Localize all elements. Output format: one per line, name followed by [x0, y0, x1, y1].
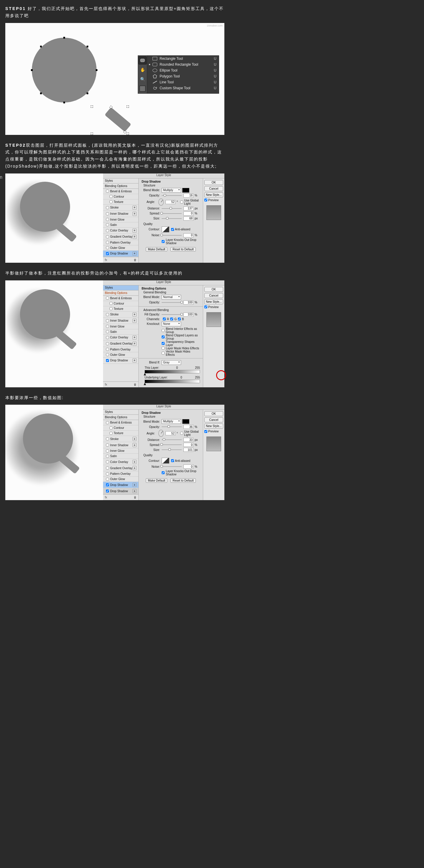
- preview-checkbox[interactable]: Preview: [204, 198, 223, 202]
- style-item-outerglow[interactable]: Outer Glow: [103, 352, 138, 358]
- style-item-contour[interactable]: Contour: [103, 425, 138, 431]
- opacity-slider[interactable]: [162, 302, 182, 303]
- rounded-rect-tool-icon[interactable]: [138, 56, 146, 64]
- preview-checkbox[interactable]: Preview: [204, 305, 223, 309]
- opacity-input[interactable]: [184, 193, 193, 198]
- plus-icon[interactable]: +: [132, 443, 137, 447]
- size-slider[interactable]: [162, 450, 182, 450]
- channel-b[interactable]: [178, 317, 181, 320]
- distance-input[interactable]: [184, 207, 193, 211]
- channel-g[interactable]: [170, 317, 173, 320]
- cancel-button[interactable]: Cancel: [204, 186, 223, 191]
- make-default-button[interactable]: Make Default: [146, 478, 167, 483]
- plus-icon[interactable]: +: [132, 437, 137, 441]
- ok-button[interactable]: OK: [204, 180, 223, 185]
- plus-icon[interactable]: +: [132, 206, 137, 210]
- angle-dial[interactable]: [158, 430, 164, 437]
- spread-input[interactable]: [184, 443, 193, 447]
- hand-tool-icon[interactable]: ✋: [138, 66, 146, 74]
- style-item-stroke[interactable]: Stroke+: [103, 436, 138, 442]
- style-item-patternoverlay[interactable]: Pattern Overlay: [103, 240, 138, 245]
- color-swatch[interactable]: [182, 419, 189, 424]
- cb-vector-mask-hides[interactable]: [162, 352, 165, 354]
- style-item-patternoverlay[interactable]: Pattern Overlay: [103, 471, 138, 476]
- trash-icon[interactable]: 🗑: [134, 496, 137, 499]
- cb-transparency-shapes[interactable]: [162, 342, 165, 345]
- style-item-gradientoverlay[interactable]: Gradient Overlay+: [103, 341, 138, 347]
- blendif-underlying-slider[interactable]: [144, 380, 200, 383]
- blendmode-select[interactable]: Normal: [162, 295, 181, 300]
- style-item-contour[interactable]: Contour: [103, 194, 138, 199]
- use-global-light-checkbox[interactable]: [180, 200, 183, 204]
- cancel-button[interactable]: Cancel: [204, 293, 223, 298]
- tool-item[interactable]: Custom Shape Tool U: [147, 85, 219, 91]
- distance-input[interactable]: [184, 438, 193, 442]
- style-item-gradientoverlay[interactable]: Gradient Overlay+: [103, 465, 138, 471]
- style-item-patternoverlay[interactable]: Pattern Overlay: [103, 347, 138, 352]
- style-item-dropshadow[interactable]: Drop Shadow+: [103, 482, 138, 488]
- style-item-outerglow[interactable]: Outer Glow: [103, 245, 138, 251]
- size-input[interactable]: [184, 216, 193, 221]
- cb-blend-clipped[interactable]: [162, 336, 165, 338]
- style-item-bevel[interactable]: Bevel & Emboss: [103, 189, 138, 194]
- style-item-coloroverlay[interactable]: Color Overlay+: [103, 459, 138, 465]
- trash-icon[interactable]: 🗑: [134, 383, 137, 386]
- make-default-button[interactable]: Make Default: [146, 247, 167, 251]
- blendmode-select[interactable]: Multiply: [162, 188, 181, 193]
- fx-label[interactable]: fx: [105, 383, 107, 386]
- style-item-dropshadow[interactable]: Drop Shadow+: [103, 251, 138, 257]
- distance-slider[interactable]: [162, 439, 182, 440]
- fill-opacity-slider[interactable]: [162, 314, 182, 315]
- tool-item[interactable]: Polygon Tool U: [147, 73, 219, 79]
- swatch-preview[interactable]: [138, 85, 146, 93]
- knockout-select[interactable]: None: [162, 322, 181, 327]
- opacity-slider[interactable]: [162, 427, 182, 427]
- opacity-input[interactable]: [184, 301, 193, 305]
- spread-slider[interactable]: [162, 213, 182, 214]
- style-item-innerglow[interactable]: Inner Glow: [103, 324, 138, 329]
- tool-item[interactable]: Ellipse Tool U: [147, 67, 219, 73]
- style-item-innerglow[interactable]: Inner Glow: [103, 448, 138, 454]
- tool-item[interactable]: Rectangle Tool U: [147, 56, 219, 62]
- noise-input[interactable]: [184, 464, 193, 469]
- cancel-button[interactable]: Cancel: [204, 417, 223, 422]
- opacity-slider[interactable]: [162, 195, 182, 196]
- anti-aliased-checkbox[interactable]: [171, 228, 174, 231]
- plus-icon[interactable]: +: [132, 235, 137, 239]
- layer-style-dialog[interactable]: Layer Style Styles Blending Options Beve…: [103, 280, 224, 387]
- angle-input[interactable]: [165, 200, 175, 204]
- blendif-this-slider[interactable]: [144, 370, 200, 373]
- trash-icon[interactable]: 🗑: [134, 258, 137, 261]
- blending-options-header[interactable]: Blending Options: [103, 290, 138, 296]
- contour-picker[interactable]: [162, 226, 169, 232]
- tool-item[interactable]: Rounded Rectangle Tool U: [147, 62, 219, 67]
- layer-style-dialog[interactable]: Layer Style Styles Blending Options Beve…: [103, 405, 224, 500]
- blendif-select[interactable]: Gray: [162, 360, 181, 365]
- spread-slider[interactable]: [162, 444, 182, 445]
- style-item-contour[interactable]: Contour: [103, 301, 138, 306]
- use-global-light-checkbox[interactable]: [180, 432, 183, 435]
- style-item-coloroverlay[interactable]: Color Overlay+: [103, 335, 138, 341]
- style-item-dropshadow[interactable]: Drop Shadow+: [103, 358, 138, 364]
- noise-slider[interactable]: [162, 466, 182, 467]
- style-item-texture[interactable]: Texture: [103, 306, 138, 312]
- style-item-innershadow[interactable]: Inner Shadow+: [103, 442, 138, 448]
- size-input[interactable]: [184, 448, 193, 452]
- knocks-checkbox[interactable]: [162, 471, 165, 474]
- plus-icon[interactable]: +: [132, 312, 137, 317]
- style-item-satin[interactable]: Satin: [103, 329, 138, 335]
- plus-icon[interactable]: +: [132, 319, 137, 323]
- new-style-button[interactable]: New Style...: [204, 299, 223, 304]
- style-item-innershadow[interactable]: Inner Shadow+: [103, 318, 138, 324]
- tool-item[interactable]: Line Tool U: [147, 79, 219, 85]
- cb-blend-interior[interactable]: [162, 329, 165, 332]
- plus-icon[interactable]: +: [132, 251, 137, 256]
- distance-slider[interactable]: [162, 208, 182, 209]
- style-item-bevel[interactable]: Bevel & Emboss: [103, 296, 138, 301]
- style-item-satin[interactable]: Satin: [103, 454, 138, 459]
- style-item-satin[interactable]: Satin: [103, 222, 138, 228]
- style-item-outerglow[interactable]: Outer Glow: [103, 476, 138, 482]
- knocks-checkbox[interactable]: [162, 240, 165, 243]
- style-item-bevel[interactable]: Bevel & Emboss: [103, 420, 138, 425]
- size-slider[interactable]: [162, 218, 182, 219]
